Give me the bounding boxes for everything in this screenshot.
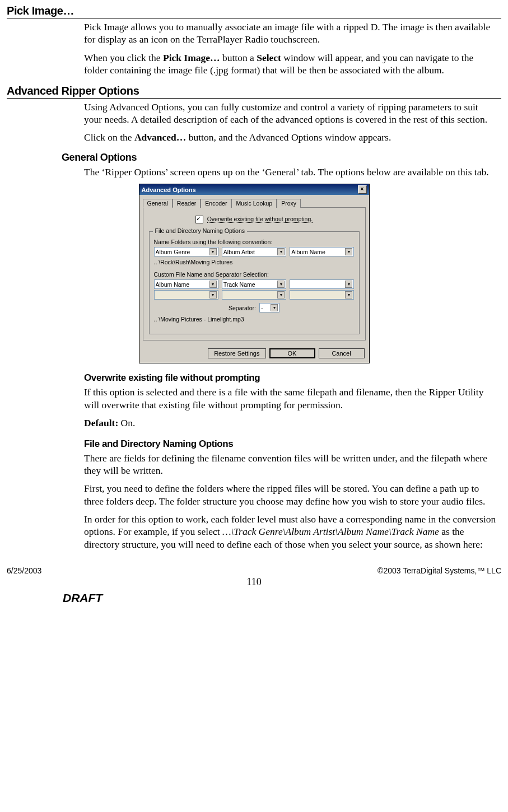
fieldset-legend: File and Directory Naming Options xyxy=(153,227,247,234)
heading-overwrite: Overwrite existing file without promptin… xyxy=(84,372,501,384)
folder-select-2[interactable]: Album Artist xyxy=(222,247,286,256)
file-select-1[interactable]: Album Name xyxy=(154,279,218,289)
paragraph: The ‘Ripper Options’ screen opens up on … xyxy=(84,166,498,178)
paragraph: In order for this option to work, each f… xyxy=(84,513,498,550)
heading-pick-image: Pick Image… xyxy=(7,4,501,18)
separator-select[interactable]: - xyxy=(259,303,279,312)
tab-general[interactable]: General xyxy=(143,199,173,208)
file-select-5[interactable] xyxy=(222,290,286,300)
cancel-button[interactable]: Cancel xyxy=(319,348,365,358)
file-select-6[interactable] xyxy=(290,290,354,300)
heading-file-dir-naming: File and Directory Naming Options xyxy=(84,438,501,450)
footer-date: 6/25/2003 xyxy=(7,566,41,575)
tab-proxy[interactable]: Proxy xyxy=(277,199,301,208)
tab-reader[interactable]: Reader xyxy=(173,199,201,208)
overwrite-checkbox[interactable] xyxy=(195,216,203,223)
folder-select-3[interactable]: Album Name xyxy=(290,247,354,256)
paragraph: First, you need to define the folders wh… xyxy=(84,482,498,507)
dialog-tabs: General Reader Encoder Music Lookup Prox… xyxy=(143,198,366,208)
ok-button[interactable]: OK xyxy=(269,348,315,358)
paragraph: If this option is selected and there is … xyxy=(84,386,498,411)
paragraph: When you click the Pick Image… button a … xyxy=(84,52,498,77)
advanced-options-dialog: Advanced Options × General Reader Encode… xyxy=(139,184,370,363)
page-number: 110 xyxy=(7,576,501,588)
overwrite-checkbox-label: Overwrite existing file without promptin… xyxy=(207,216,313,223)
heading-general-options: General Options xyxy=(62,152,501,164)
tab-encoder[interactable]: Encoder xyxy=(201,199,231,208)
separator-label: Separator: xyxy=(229,305,256,311)
folder-naming-label: Name Folders using the following convent… xyxy=(154,239,355,245)
tab-music-lookup[interactable]: Music Lookup xyxy=(231,199,277,208)
file-select-2[interactable]: Track Name xyxy=(222,279,286,289)
paragraph: Click on the Advanced… button, and the A… xyxy=(84,131,498,143)
footer-copyright: ©2003 TerraDigital Systems,™ LLC xyxy=(377,566,501,575)
file-path-preview: .. \Moving Pictures - Limelight.mp3 xyxy=(154,316,355,323)
paragraph: Pick Image allows you to manually associ… xyxy=(84,21,498,46)
folder-path-preview: .. \Rock\Rush\Moving Pictures xyxy=(154,259,355,265)
paragraph: There are fields for defining the filena… xyxy=(84,452,498,477)
paragraph: Using Advanced Options, you can fully cu… xyxy=(84,101,498,126)
custom-filename-label: Custom File Name and Separator Selection… xyxy=(154,271,355,278)
draft-watermark: DRAFT xyxy=(63,591,501,605)
close-icon[interactable]: × xyxy=(358,185,367,194)
folder-select-1[interactable]: Album Genre xyxy=(154,247,218,256)
file-select-4[interactable] xyxy=(154,290,218,300)
file-select-3[interactable] xyxy=(290,279,354,289)
dialog-titlebar: Advanced Options × xyxy=(139,184,369,195)
restore-settings-button[interactable]: Restore Settings xyxy=(208,348,265,358)
dialog-title: Advanced Options xyxy=(142,186,196,193)
heading-advanced-ripper: Advanced Ripper Options xyxy=(7,85,501,99)
paragraph: Default: On. xyxy=(84,417,498,429)
